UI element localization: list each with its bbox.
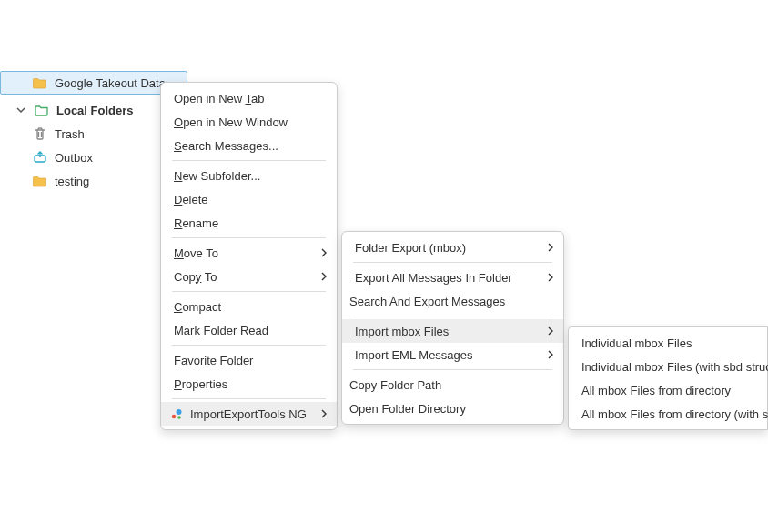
menu-folder-export[interactable]: Folder Export (mbox) (342, 236, 563, 259)
menu-mark-folder-read[interactable]: Mark Folder Read (161, 318, 337, 342)
menu-all-mbox-dir[interactable]: All mbox Files from directory (569, 378, 767, 402)
menu-separator (172, 398, 326, 399)
menu-search-export-messages[interactable]: Search And Export Messages (342, 289, 563, 313)
chevron-right-icon (547, 325, 554, 338)
menu-separator (353, 262, 552, 263)
menu-item-label: Individual mbox Files (581, 336, 692, 350)
folder-icon (33, 174, 47, 188)
folder-icon (33, 75, 47, 90)
menu-import-mbox[interactable]: Import mbox Files (342, 319, 563, 343)
tree-item-label: Trash (55, 127, 85, 141)
menu-move-to[interactable]: Move To (161, 241, 337, 265)
submenu-import-mbox: Individual mbox Files Individual mbox Fi… (568, 326, 768, 430)
menu-separator (172, 160, 326, 161)
menu-item-label: Import EML Messages (355, 348, 473, 362)
menu-item-label: Copy Folder Path (349, 378, 441, 392)
menu-item-label: Search And Export Messages (349, 295, 505, 308)
svg-point-3 (177, 416, 181, 419)
chevron-right-icon (320, 270, 328, 284)
tree-item-label: testing (55, 175, 89, 188)
menu-copy-to[interactable]: Copy To (161, 265, 337, 288)
outbox-icon (33, 150, 47, 165)
menu-individual-mbox-sbd[interactable]: Individual mbox Files (with sbd structur… (569, 355, 767, 378)
chevron-right-icon (547, 241, 554, 255)
menu-copy-folder-path[interactable]: Copy Folder Path (342, 373, 563, 396)
menu-separator (172, 237, 326, 238)
chevron-right-icon (547, 271, 554, 285)
menu-separator (353, 316, 552, 316)
menu-separator (353, 369, 552, 370)
menu-rename[interactable]: Rename (161, 211, 337, 235)
import-export-icon (168, 407, 185, 421)
menu-item-label: Folder Export (mbox) (355, 241, 466, 255)
submenu-importexporttools: Folder Export (mbox) Export All Messages… (341, 231, 564, 425)
menu-item-label: Import mbox Files (355, 325, 449, 338)
trash-icon (33, 126, 47, 141)
svg-point-2 (172, 415, 176, 418)
menu-compact[interactable]: Compact (161, 295, 337, 318)
menu-importexporttools[interactable]: ImportExportTools NG (161, 402, 337, 426)
folder-root-icon (35, 103, 49, 117)
tree-item-label: Google Takeout Data (55, 76, 166, 90)
chevron-down-icon[interactable] (16, 105, 25, 115)
menu-export-all-messages[interactable]: Export All Messages In Folder (342, 266, 563, 289)
menu-new-subfolder[interactable]: New Subfolder... (161, 164, 337, 187)
menu-search-messages[interactable]: Search Messages... (161, 134, 337, 157)
chevron-right-icon (547, 348, 554, 362)
menu-item-label: Export All Messages In Folder (355, 271, 512, 285)
menu-individual-mbox[interactable]: Individual mbox Files (569, 331, 767, 355)
context-menu-folder: Open in New Tab Open in New Window Searc… (160, 82, 338, 430)
menu-item-label: Individual mbox Files (with sbd structur… (581, 360, 768, 374)
menu-item-label: ImportExportTools NG (190, 407, 307, 421)
menu-open-new-tab[interactable]: Open in New Tab (161, 86, 337, 110)
menu-properties[interactable]: Properties (161, 372, 337, 396)
tree-item-label: Local Folders (56, 104, 134, 117)
menu-separator (172, 345, 326, 346)
menu-separator (172, 291, 326, 292)
menu-import-eml[interactable]: Import EML Messages (342, 343, 563, 366)
menu-all-mbox-dir-sbd[interactable]: All mbox Files from directory (with sbd … (569, 402, 767, 426)
chevron-right-icon (320, 407, 328, 421)
menu-favorite-folder[interactable]: Favorite Folder (161, 348, 337, 372)
menu-open-new-window[interactable]: Open in New Window (161, 110, 337, 134)
tree-item-label: Outbox (55, 151, 93, 165)
svg-point-1 (177, 409, 182, 415)
menu-open-folder-directory[interactable]: Open Folder Directory (342, 396, 563, 420)
chevron-right-icon (320, 246, 328, 260)
menu-item-label: All mbox Files from directory (581, 384, 731, 397)
menu-item-label: All mbox Files from directory (with sbd … (581, 407, 768, 421)
menu-delete[interactable]: Delete (161, 187, 337, 211)
menu-item-label: Open Folder Directory (349, 402, 466, 416)
